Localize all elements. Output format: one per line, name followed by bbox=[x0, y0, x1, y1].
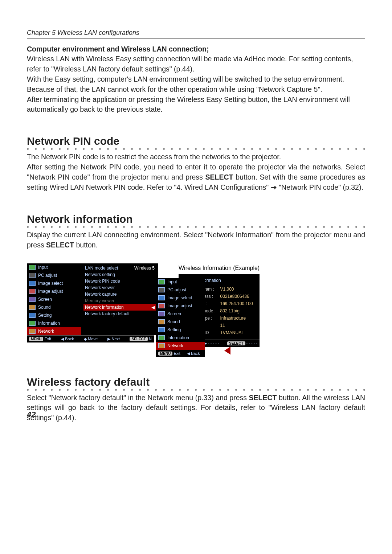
section-title-factory: Wireless factory default bbox=[27, 376, 365, 388]
osd-screenshot-2: InputPC adjustImage selectImage adjustSc… bbox=[156, 278, 205, 357]
menu-item: Image adjust bbox=[27, 287, 81, 295]
menu-icon bbox=[158, 327, 165, 332]
menu-icon bbox=[29, 321, 36, 326]
chapter-header: Chapter 5 Wireless LAN configurations bbox=[27, 29, 365, 38]
osd1-left-menu: InputPC adjustImage selectImage adjustSc… bbox=[27, 263, 81, 335]
osd-screenshots-row: InputPC adjustImage selectImage adjustSc… bbox=[27, 263, 365, 347]
select-key-icon: SELECT bbox=[130, 337, 147, 341]
menu-item: Image adjust bbox=[156, 302, 205, 310]
menu-icon bbox=[29, 313, 36, 318]
menu-item: Network bbox=[27, 327, 81, 335]
menu-item: Image select bbox=[27, 279, 81, 287]
osd-screenshot-1: InputPC adjustImage selectImage adjustSc… bbox=[27, 263, 158, 347]
menu-item: PC adjust bbox=[156, 286, 205, 294]
menu-icon bbox=[29, 281, 36, 286]
menu-item: Image select bbox=[156, 294, 205, 302]
sec2-p1: Display the current LAN connecting envir… bbox=[27, 230, 365, 250]
dot-leader bbox=[27, 226, 365, 228]
network-selected-arrow-icon: ◀ bbox=[224, 344, 230, 356]
section-title-pin: Network PIN code bbox=[27, 135, 365, 147]
osd2-footbar: MENU Exit ◀ Back bbox=[156, 350, 205, 357]
section-title-info: Network information bbox=[27, 213, 365, 225]
submenu-item: Network information ◀ bbox=[83, 304, 156, 311]
page-number: 42 bbox=[27, 410, 36, 419]
submenu-item: Network viewer bbox=[83, 284, 156, 291]
menu-icon bbox=[158, 335, 165, 340]
submenu-item: Memory viewer bbox=[83, 297, 156, 304]
menu-item: Screen bbox=[156, 310, 205, 318]
intro-heading: Computer environment and Wireless LAN co… bbox=[27, 45, 365, 53]
sec1-p1: The Network PIN code is to restrict the … bbox=[27, 152, 365, 162]
wireless-info-caption: Wireless Information (Example) bbox=[179, 265, 260, 271]
menu-icon bbox=[158, 279, 165, 284]
menu-item: Sound bbox=[27, 303, 81, 311]
dot-leader bbox=[27, 148, 365, 150]
menu-icon bbox=[29, 265, 36, 270]
menu-icon bbox=[158, 311, 165, 316]
intro-paragraph-1: Wireless LAN with Wireless Easy setting … bbox=[27, 54, 365, 74]
menu-icon bbox=[158, 287, 165, 292]
menu-icon bbox=[29, 289, 36, 294]
menu-item: Setting bbox=[27, 311, 81, 319]
menu-item: Input bbox=[156, 278, 205, 286]
menu-item: Network bbox=[156, 342, 205, 350]
intro-paragraph-2: With the Easy setting, computer's LAN en… bbox=[27, 74, 365, 95]
submenu-item: Network setting bbox=[83, 271, 156, 278]
submenu-item: Network factory default bbox=[83, 311, 156, 317]
submenu-item: Network PIN code bbox=[83, 278, 156, 284]
menu-icon bbox=[158, 303, 165, 308]
dot-leader bbox=[27, 389, 365, 391]
menu-icon bbox=[29, 329, 36, 334]
menu-item: Input bbox=[27, 263, 81, 271]
chapter-label: Chapter 5 Wireless LAN configurations bbox=[27, 29, 139, 36]
selected-arrow-icon: ◀ bbox=[151, 305, 155, 310]
menu-icon bbox=[158, 343, 165, 348]
menu-icon bbox=[158, 319, 165, 324]
menu-item: Information bbox=[27, 319, 81, 327]
menu-key-icon: MENU bbox=[158, 352, 172, 356]
submenu-item: Network capture bbox=[83, 291, 156, 297]
intro-paragraph-3: After terminating the application or pre… bbox=[27, 95, 365, 115]
sec1-p2: After setting the Network PIN code, you … bbox=[27, 162, 365, 193]
sec3-p1: Select "Network factory default" in the … bbox=[27, 393, 365, 423]
menu-icon bbox=[29, 297, 36, 302]
menu-item: Information bbox=[156, 334, 205, 342]
menu-item: Sound bbox=[156, 318, 205, 326]
menu-icon bbox=[158, 295, 165, 300]
menu-item: PC adjust bbox=[27, 271, 81, 279]
osd2-left-menu: InputPC adjustImage selectImage adjustSc… bbox=[156, 278, 205, 350]
menu-key-icon: MENU bbox=[29, 337, 43, 341]
menu-item: Screen bbox=[27, 295, 81, 303]
menu-icon bbox=[29, 305, 36, 310]
osd1-right-menu: LAN mode selectWireless 5Network setting… bbox=[81, 263, 158, 335]
menu-icon bbox=[29, 273, 36, 278]
menu-item: Setting bbox=[156, 326, 205, 334]
osd1-footbar: MENU Exit ◀ Back ◆ Move ▶ Next SELECT N bbox=[27, 335, 154, 342]
